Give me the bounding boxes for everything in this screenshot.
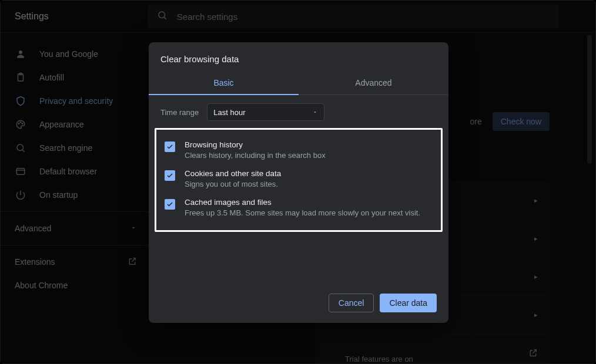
- dialog-tabs: Basic Advanced: [149, 71, 448, 95]
- option-title: Browsing history: [185, 140, 326, 149]
- option-texts: Cookies and other site data Signs you ou…: [185, 169, 281, 188]
- dialog-title: Clear browsing data: [149, 42, 448, 71]
- option-desc: Clears history, including in the search …: [185, 151, 326, 160]
- tab-basic[interactable]: Basic: [149, 71, 299, 95]
- option-texts: Browsing history Clears history, includi…: [185, 140, 326, 160]
- checkbox-cached[interactable]: [165, 199, 175, 210]
- dropdown-arrow-icon: [312, 108, 318, 117]
- option-cached[interactable]: Cached images and files Frees up 3.5 MB.…: [165, 193, 433, 222]
- options-highlight-box: Browsing history Clears history, includi…: [155, 128, 443, 232]
- option-cookies[interactable]: Cookies and other site data Signs you ou…: [165, 164, 433, 193]
- option-texts: Cached images and files Frees up 3.5 MB.…: [185, 198, 420, 217]
- time-range-row: Time range Last hour: [160, 103, 437, 121]
- cancel-button[interactable]: Cancel: [329, 294, 374, 312]
- option-desc: Frees up 3.5 MB. Some sites may load mor…: [185, 208, 420, 217]
- option-title: Cached images and files: [185, 198, 420, 207]
- time-range-label: Time range: [160, 108, 199, 117]
- clear-browsing-data-dialog: Clear browsing data Basic Advanced Time …: [149, 42, 448, 323]
- option-desc: Signs you out of most sites.: [185, 180, 281, 188]
- tab-advanced[interactable]: Advanced: [299, 71, 448, 95]
- settings-app: Settings You and Google Autofill: [0, 0, 596, 364]
- checkbox-cookies[interactable]: [165, 170, 175, 181]
- checkbox-browsing-history[interactable]: [165, 141, 175, 152]
- clear-data-button[interactable]: Clear data: [380, 294, 437, 312]
- time-range-value: Last hour: [213, 108, 245, 117]
- time-range-select[interactable]: Last hour: [207, 103, 324, 121]
- option-title: Cookies and other site data: [185, 169, 281, 178]
- option-browsing-history[interactable]: Browsing history Clears history, includi…: [165, 136, 433, 164]
- dialog-body: Time range Last hour Browsing history Cl…: [149, 95, 448, 284]
- dialog-actions: Cancel Clear data: [149, 284, 448, 323]
